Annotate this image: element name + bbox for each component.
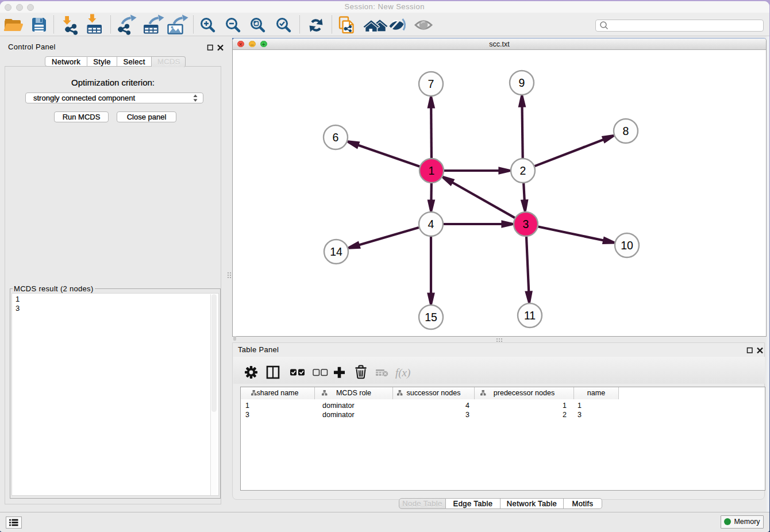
svg-text:15: 15	[425, 311, 437, 323]
svg-text:9: 9	[519, 76, 525, 89]
svg-text:6: 6	[333, 131, 339, 144]
svg-text:f(x): f(x)	[395, 367, 410, 379]
svg-text:7: 7	[428, 78, 434, 90]
svg-text:10: 10	[621, 239, 633, 252]
svg-text:8: 8	[623, 125, 629, 137]
svg-text:1: 1	[429, 164, 435, 177]
svg-text:14: 14	[330, 245, 342, 258]
svg-text:4: 4	[428, 218, 434, 230]
svg-text:3: 3	[523, 218, 529, 230]
svg-text:11: 11	[524, 309, 536, 322]
svg-text:2: 2	[520, 164, 526, 177]
